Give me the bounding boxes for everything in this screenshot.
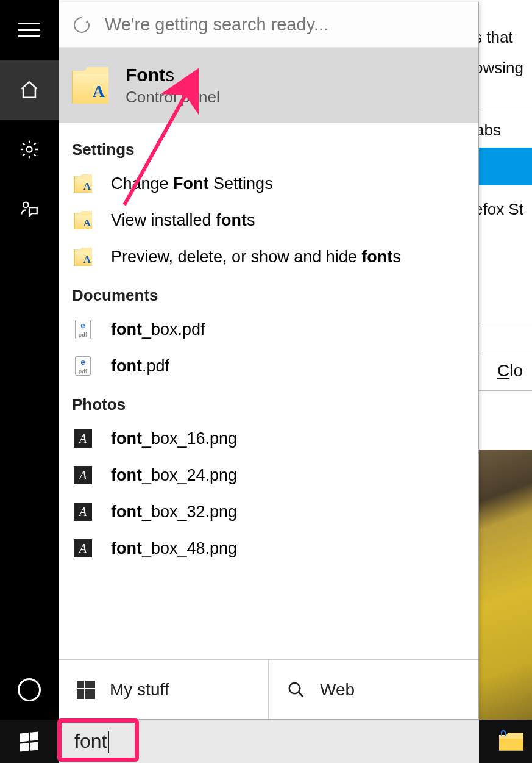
search-value: font: [74, 730, 107, 753]
best-match-title: Fonts: [126, 65, 220, 85]
result-item-label: font_box_24.png: [111, 466, 237, 485]
section-label: Photos: [59, 384, 478, 420]
cortana-circle-button[interactable]: [0, 660, 59, 720]
cortana-rail: [0, 0, 59, 720]
windows-logo-icon: [20, 731, 38, 751]
web-label: Web: [320, 680, 355, 700]
search-status-row: We're getting search ready...: [59, 2, 478, 48]
svg-point-0: [26, 146, 32, 152]
result-item-label: font_box_32.png: [111, 503, 237, 521]
bg-photo: [479, 450, 532, 720]
fonts-folder-icon: A: [72, 173, 94, 195]
result-item-label: View installed fonts: [111, 211, 255, 230]
best-match-subtitle: Control panel: [126, 88, 220, 107]
image-file-icon: A: [72, 428, 94, 450]
result-item-label: font_box_16.png: [111, 429, 237, 448]
search-result-item[interactable]: font.pdf: [59, 348, 478, 384]
result-item-label: font_box.pdf: [111, 320, 205, 339]
search-result-item[interactable]: Afont_box_48.png: [59, 530, 478, 567]
fonts-folder-icon: A: [72, 209, 94, 231]
file-explorer-taskbar-button[interactable]: [499, 733, 523, 751]
svg-point-2: [289, 682, 300, 693]
tiles-icon: [77, 681, 95, 699]
result-item-label: Change Font Settings: [111, 174, 273, 193]
search-result-item[interactable]: Afont_box_32.png: [59, 493, 478, 530]
image-file-icon: A: [72, 537, 94, 559]
web-button[interactable]: Web: [268, 660, 478, 719]
feedback-button[interactable]: [0, 179, 59, 239]
search-result-item[interactable]: AChange Font Settings: [59, 165, 478, 202]
search-result-item[interactable]: APreview, delete, or show and hide fonts: [59, 238, 478, 275]
image-file-icon: A: [72, 464, 94, 486]
fonts-folder-icon: A: [72, 67, 108, 104]
result-item-label: font.pdf: [111, 357, 169, 376]
my-stuff-label: My stuff: [110, 680, 169, 700]
search-result-item[interactable]: font_box.pdf: [59, 311, 478, 348]
pdf-file-icon: [72, 318, 94, 340]
fonts-folder-icon: A: [72, 246, 94, 268]
taskbar: font: [0, 720, 532, 763]
settings-gear-button[interactable]: [0, 120, 59, 179]
taskbar-search-input[interactable]: font: [59, 720, 479, 763]
hamburger-menu-button[interactable]: [0, 0, 59, 60]
search-result-item[interactable]: Afont_box_24.png: [59, 457, 478, 493]
loading-spinner-icon: [72, 15, 91, 35]
section-label: Documents: [59, 275, 478, 311]
background-window: s that owsing abs efox St Clo: [479, 0, 532, 720]
section-label: Settings: [59, 129, 478, 165]
home-button[interactable]: [0, 60, 59, 120]
search-panel: We're getting search ready... A Fonts Co…: [59, 2, 479, 720]
text-caret: [108, 731, 109, 753]
search-result-item[interactable]: Afont_box_16.png: [59, 420, 478, 457]
bg-close-button[interactable]: Clo: [497, 361, 523, 381]
svg-point-1: [23, 202, 29, 208]
search-icon: [287, 681, 305, 699]
search-result-item[interactable]: AView installed fonts: [59, 202, 478, 238]
best-match-result[interactable]: A Fonts Control panel: [59, 48, 478, 123]
result-item-label: Preview, delete, or show and hide fonts: [111, 248, 401, 267]
image-file-icon: A: [72, 501, 94, 523]
my-stuff-button[interactable]: My stuff: [59, 660, 268, 719]
status-text: We're getting search ready...: [105, 15, 328, 35]
result-item-label: font_box_48.png: [111, 539, 237, 558]
panel-bottom-actions: My stuff Web: [59, 659, 478, 719]
start-button[interactable]: [0, 720, 59, 763]
pdf-file-icon: [72, 355, 94, 377]
bg-selected-tab[interactable]: [479, 148, 532, 185]
